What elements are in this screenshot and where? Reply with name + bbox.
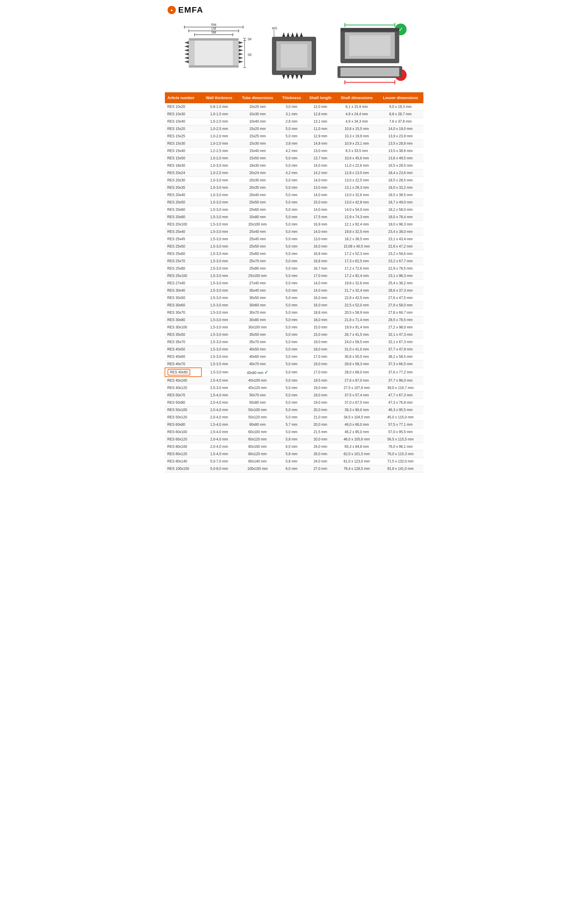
cell-article: RES 30x40 bbox=[165, 287, 202, 294]
cell-article: RES 20x100 bbox=[165, 221, 202, 228]
cell-thickness: 5,7 mm bbox=[278, 421, 305, 428]
cell-shaft-length: 16,8 mm bbox=[305, 250, 336, 258]
cell-shaft-dim: 22,5 x 52,0 mm bbox=[336, 302, 378, 309]
cell-shaft-dim: 46,0 x 66,0 mm bbox=[336, 421, 378, 428]
svg-text:LM: LM bbox=[211, 27, 216, 30]
svg-marker-20 bbox=[239, 41, 243, 44]
cell-shaft-length: 13,0 mm bbox=[305, 184, 336, 191]
cell-article: RES 30x70 bbox=[165, 309, 202, 317]
cell-shaft-length: 13,7 mm bbox=[305, 155, 336, 162]
cell-thickness: 5,0 mm bbox=[278, 133, 305, 140]
svg-rect-26 bbox=[189, 38, 239, 40]
cell-article: RES 60x120 bbox=[165, 436, 202, 443]
cell-thickness: 3,0 mm bbox=[278, 103, 305, 110]
cell-louver: 37,6 x 77,2 mm bbox=[378, 368, 424, 377]
table-row: RES 20x801,5-3,0 mm20x80 mm5,0 mm17,5 mm… bbox=[165, 213, 424, 221]
cell-shaft-length: 21,0 mm bbox=[305, 414, 336, 421]
cell-shaft-length: 19,5 mm bbox=[305, 377, 336, 384]
svg-text:SM: SM bbox=[211, 31, 216, 34]
cell-article: RES 60x100 bbox=[165, 428, 202, 436]
svg-text:RM: RM bbox=[211, 23, 216, 26]
check-icon: ✔ bbox=[264, 370, 268, 375]
cell-shaft-dim: 46,0 x 105,6 mm bbox=[336, 436, 378, 443]
table-row: RES 20x351,0-3,0 mm20x35 mm5,0 mm13,0 mm… bbox=[165, 184, 424, 191]
svg-marker-21 bbox=[239, 45, 243, 48]
cell-article: RES 25x45 bbox=[165, 236, 202, 243]
cell-tube: 15x30 mm bbox=[237, 140, 278, 147]
cell-article: RES 10x30 bbox=[165, 110, 202, 118]
cell-wall: 1,5-3,0 mm bbox=[202, 338, 237, 346]
svg-marker-25 bbox=[239, 60, 243, 63]
cell-shaft-length: 27,0 mm bbox=[305, 465, 336, 472]
cell-tube: 15x20 mm bbox=[237, 125, 278, 133]
cell-shaft-length: 14,0 mm bbox=[305, 206, 336, 213]
table-row: RES 100x1505,0-8,0 mm100x150 mm6,0 mm27,… bbox=[165, 465, 424, 472]
cell-thickness: 5,0 mm bbox=[278, 377, 305, 384]
product-table: Article number Wall thickness Tube dimen… bbox=[164, 92, 424, 472]
table-row: RES 20x501,0-3,0 mm20x50 mm5,0 mm15,0 mm… bbox=[165, 199, 424, 206]
cell-article: RES 50x100 bbox=[165, 407, 202, 414]
cell-article: RES 40x120 bbox=[165, 384, 202, 392]
cell-louver: 23,1 x 43,4 mm bbox=[378, 236, 424, 243]
cell-louver: 91,8 x 141,0 mm bbox=[378, 465, 424, 472]
svg-text:SK: SK bbox=[248, 37, 252, 41]
cell-shaft-dim: 17,2 x 52,3 mm bbox=[336, 250, 378, 258]
cell-shaft-length: 13,0 mm bbox=[305, 147, 336, 155]
cell-article: RES 40x60 bbox=[165, 353, 202, 360]
table-row: RES 50x802,0-4,0 mm50x80 mm5,0 mm19,0 mm… bbox=[165, 399, 424, 407]
table-row: RES 15x401,2-2,5 mm15x40 mm4,2 mm13,0 mm… bbox=[165, 147, 424, 155]
cell-louver: 28,6 x 37,3 mm bbox=[378, 287, 424, 294]
cell-tube: 15x50 mm bbox=[237, 155, 278, 162]
cell-tube: 27x40 mm bbox=[237, 279, 278, 287]
cell-tube: 25x60 mm bbox=[237, 250, 278, 258]
cell-shaft-dim: 10,9 x 23,1 mm bbox=[336, 140, 378, 147]
cell-shaft-length: 20,0 mm bbox=[305, 421, 336, 428]
cell-shaft-dim: 10,3 x 19,9 mm bbox=[336, 133, 378, 140]
cell-tube: 80x120 mm bbox=[237, 450, 278, 458]
cell-shaft-length: 13,1 mm bbox=[305, 118, 336, 125]
table-row: RES 30x501,5-3,0 mm30x50 mm5,0 mm16,0 mm… bbox=[165, 294, 424, 302]
diagrams-section: RM LM SM bbox=[162, 18, 426, 92]
diagram-middle: WS bbox=[268, 20, 320, 81]
svg-rect-39 bbox=[281, 44, 307, 68]
svg-rect-27 bbox=[189, 65, 239, 68]
cell-wall: 1,5-3,5 mm bbox=[202, 360, 237, 368]
cell-shaft-dim: 28,0 x 68,0 mm bbox=[336, 368, 378, 377]
cell-shaft-dim: 13,0 x 22,5 mm bbox=[336, 177, 378, 184]
table-row: RES 25x701,5-3,0 mm25x70 mm5,0 mm16,8 mm… bbox=[165, 258, 424, 265]
cell-shaft-length: 16,9 mm bbox=[305, 221, 336, 228]
svg-text:WS: WS bbox=[272, 26, 277, 30]
cell-louver: 37,7 x 47,9 mm bbox=[378, 346, 424, 353]
cell-shaft-length: 18,0 mm bbox=[305, 317, 336, 324]
cell-thickness: 5,0 mm bbox=[278, 199, 305, 206]
cell-louver: 22,8 x 47,2 mm bbox=[378, 243, 424, 250]
cell-wall: 1,5-3,0 mm bbox=[202, 368, 237, 377]
table-row: RES 35x501,5-3,0 mm35x50 mm5,0 mm15,0 mm… bbox=[165, 331, 424, 338]
svg-marker-47 bbox=[291, 75, 294, 79]
cell-louver: 32,1 x 67,3 mm bbox=[378, 338, 424, 346]
cell-article: RES 20x60 bbox=[165, 206, 202, 213]
cell-louver: 16,5 x 28,5 mm bbox=[378, 162, 424, 169]
cell-shaft-length: 13,0 mm bbox=[305, 236, 336, 243]
cell-louver: 18,0 x 98,3 mm bbox=[378, 221, 424, 228]
cell-louver: 46,3 x 95,5 mm bbox=[378, 407, 424, 414]
cell-wall: 2,0-4,0 mm bbox=[202, 443, 237, 450]
table-row: RES 20x1001,5-3,0 mm20x100 mm5,0 mm16,9 … bbox=[165, 221, 424, 228]
cell-tube: 20x24 mm bbox=[237, 169, 278, 177]
cell-thickness: 5,0 mm bbox=[278, 177, 305, 184]
cell-tube: 40x70 mm bbox=[237, 360, 278, 368]
svg-marker-15 bbox=[184, 45, 189, 48]
cell-thickness: 4,2 mm bbox=[278, 169, 305, 177]
cell-shaft-dim: 13,1 x 28,3 mm bbox=[336, 184, 378, 191]
cell-shaft-length: 19,0 mm bbox=[305, 338, 336, 346]
cell-louver: 27,2 x 98,0 mm bbox=[378, 324, 424, 331]
cell-thickness: 4,2 mm bbox=[278, 147, 305, 155]
cell-shaft-length: 15,0 mm bbox=[305, 324, 336, 331]
cell-louver: 45,0 x 115,0 mm bbox=[378, 414, 424, 421]
cell-wall: 1,5-3,0 mm bbox=[202, 287, 237, 294]
cell-thickness: 5,0 mm bbox=[278, 243, 305, 250]
cell-shaft-dim: 13,0 x 32,6 mm bbox=[336, 191, 378, 199]
cell-wall: 0,8-1,0 mm bbox=[202, 103, 237, 110]
cell-tube: 15x25 mm bbox=[237, 133, 278, 140]
cell-wall: 1,5-3,0 mm bbox=[202, 317, 237, 324]
